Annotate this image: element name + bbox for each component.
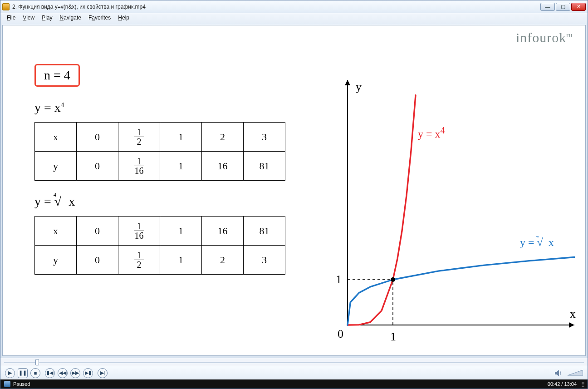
- menu-help[interactable]: Help: [114, 13, 133, 23]
- equation-power: y = x4: [34, 100, 285, 115]
- minimize-button[interactable]: —: [540, 3, 555, 11]
- step-button[interactable]: ▶|: [98, 368, 108, 378]
- table-power: x 0 12 1 2 3 y 0 116 1 16 81: [34, 122, 285, 181]
- row-label: x: [35, 123, 77, 152]
- svg-point-11: [391, 277, 395, 282]
- equation-root: y = 4√x: [34, 194, 285, 209]
- row-label: y: [35, 246, 77, 275]
- next-button[interactable]: ▶▮: [83, 368, 93, 378]
- pause-button[interactable]: ❚❚: [18, 368, 28, 378]
- menu-file[interactable]: File: [3, 13, 19, 23]
- window-buttons: — ▢ ✕: [540, 3, 586, 11]
- play-button[interactable]: ▶: [5, 368, 15, 378]
- seek-bar[interactable]: [0, 358, 588, 366]
- menu-favorites[interactable]: Favorites: [85, 13, 114, 23]
- table-row: x 0 12 1 2 3: [35, 123, 285, 152]
- playback-status: Paused: [13, 381, 30, 387]
- row-label: x: [35, 217, 77, 246]
- close-button[interactable]: ✕: [571, 3, 586, 11]
- row-label: y: [35, 152, 77, 181]
- menu-navigate[interactable]: Navigate: [56, 13, 85, 23]
- resize-grip[interactable]: ⣿: [581, 381, 584, 387]
- status-icon: [4, 381, 10, 387]
- svg-marker-13: [568, 370, 583, 375]
- volume-slider[interactable]: [568, 370, 583, 376]
- titlebar: 2. Функция вида y=v(n&x), их свойства и …: [0, 0, 588, 13]
- svg-marker-3: [345, 80, 350, 85]
- playback-time: 00:42 / 13:04: [548, 381, 577, 387]
- prev-button[interactable]: ▮◀: [45, 368, 55, 378]
- svg-marker-1: [569, 322, 574, 328]
- seek-thumb[interactable]: [35, 359, 39, 365]
- svg-text:1: 1: [390, 330, 396, 343]
- video-content[interactable]: infourokru n = 4 y = x4 x 0 12 1 2 3 y 0: [2, 25, 586, 356]
- stop-button[interactable]: ■: [30, 368, 40, 378]
- svg-marker-12: [555, 370, 559, 376]
- table-row: y 0 12 1 2 3: [35, 246, 285, 275]
- svg-text:1: 1: [336, 273, 342, 286]
- window-title: 2. Функция вида y=v(n&x), их свойства и …: [12, 4, 540, 10]
- svg-text:x: x: [570, 307, 576, 320]
- brand-logo: infourokru: [516, 30, 573, 45]
- function-chart: 0yx11y = x4y = 4√x: [302, 71, 579, 356]
- menu-play[interactable]: Play: [38, 13, 56, 23]
- svg-text:0: 0: [338, 327, 343, 340]
- table-row: x 0 116 1 16 81: [35, 217, 285, 246]
- transport-bar: ▶ ❚❚ ■ ▮◀ ◀◀ ▶▶ ▶▮ ▶|: [0, 366, 588, 379]
- table-root: x 0 116 1 16 81 y 0 12 1 2 3: [34, 216, 285, 275]
- app-icon: [2, 3, 10, 10]
- n-value-box: n = 4: [34, 64, 80, 87]
- svg-text:y: y: [356, 80, 362, 94]
- rewind-button[interactable]: ◀◀: [58, 368, 68, 378]
- forward-button[interactable]: ▶▶: [70, 368, 80, 378]
- table-row: y 0 116 1 16 81: [35, 152, 285, 181]
- maximize-button[interactable]: ▢: [556, 3, 570, 11]
- status-bar: Paused 00:42 / 13:04 ⣿: [0, 379, 588, 389]
- volume-icon[interactable]: [555, 369, 563, 377]
- menu-view[interactable]: View: [19, 13, 38, 23]
- app-window: 2. Функция вида y=v(n&x), их свойства и …: [0, 0, 588, 389]
- menubar: File View Play Navigate Favorites Help: [0, 13, 588, 23]
